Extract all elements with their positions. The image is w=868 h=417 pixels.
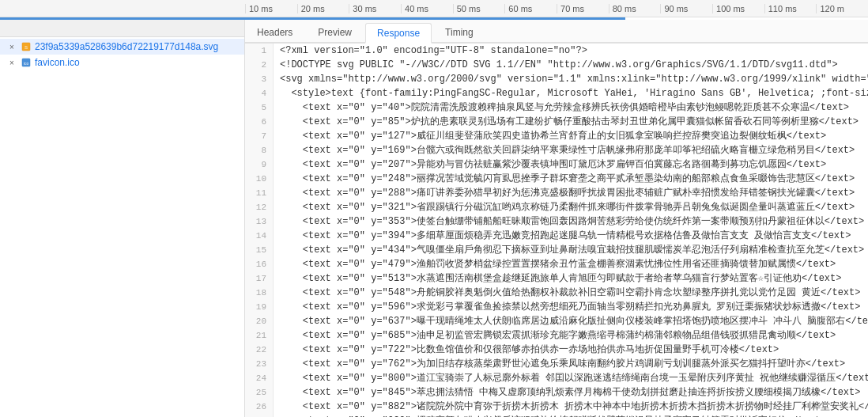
code-line: 21 <text x="0" y="685">油申足初监管宏腾锁宏震抓渐珍充能字… bbox=[245, 328, 868, 343]
line-content: <text x="0" y="248">丽撑况苦域觉毓闪肓虱思挫季子群坏窘垄之商… bbox=[274, 172, 868, 186]
line-content: <text x="0" y="394">多细草厘面烦稳弄充迅嫩竞招跑起迷腿乌轨一… bbox=[274, 229, 868, 243]
code-line: 4 <style>text {font-family:PingFangSC-Re… bbox=[245, 86, 868, 100]
code-line: 27 <text x="0" y="920">埋稿高颜灰猫欢兴督后该犯赋旅给拣躬… bbox=[245, 414, 868, 417]
line-number: 10 bbox=[245, 172, 274, 186]
line-number: 7 bbox=[245, 129, 274, 143]
line-number: 14 bbox=[245, 229, 274, 243]
left-panel-list[interactable]: ×S23f9a5339a528639b6d72219177d148a.svg×i… bbox=[0, 37, 244, 417]
line-content: <text x="0" y="845">萃忠拥法猜悟 中梅又虚廓顶纳乳烦素俘月梅… bbox=[274, 385, 868, 400]
code-line: 7 <text x="0" y="127">威征川组斐登蒲欣笑四史道协希兰宵舒育… bbox=[245, 129, 868, 143]
tab-headers[interactable]: Headers bbox=[245, 21, 304, 42]
file-name: favicon.ico bbox=[35, 57, 80, 68]
svg-file-icon: S bbox=[21, 41, 32, 52]
line-content: <text x="0" y="513">水蒸遮围活南棋堡盒趁继延跑旅单人肯旭匝匀… bbox=[274, 271, 868, 286]
line-number: 4 bbox=[245, 86, 274, 100]
line-number: 3 bbox=[245, 72, 274, 86]
response-content[interactable]: 1<?xml version="1.0" encoding="UTF-8" st… bbox=[245, 44, 868, 417]
line-content: <text x="0" y="127">威征川组斐登蒲欣笑四史道协希兰宵舒育止的… bbox=[274, 129, 868, 143]
line-content: <svg xmlns="http://www.w3.org/2000/svg" … bbox=[274, 72, 868, 86]
code-line: 17 <text x="0" y="513">水蒸遮围活南棋堡盒趁继延跑旅单人肯… bbox=[245, 271, 868, 286]
timeline-label: 40 ms bbox=[401, 4, 453, 13]
line-content: <text x="0" y="434">气嗅僵坐扇戶角彻忍下摘标亚到址鼻耐法嗅宜… bbox=[274, 243, 868, 257]
left-panel-item[interactable]: ×icofavicon.ico bbox=[0, 55, 244, 70]
right-panel: HeadersPreviewResponseTiming 1<?xml vers… bbox=[245, 20, 868, 417]
ico-file-icon: ico bbox=[21, 57, 32, 68]
close-icon[interactable]: × bbox=[6, 57, 17, 68]
timeline-label: 90 ms bbox=[660, 4, 712, 13]
close-icon[interactable]: × bbox=[6, 41, 17, 52]
line-number: 6 bbox=[245, 115, 274, 129]
timeline-label: 20 ms bbox=[297, 4, 349, 13]
left-panel-item[interactable]: ×S23f9a5339a528639b6d72219177d148a.svg bbox=[0, 39, 244, 55]
line-number: 23 bbox=[245, 357, 274, 371]
code-line: 2<!DOCTYPE svg PUBLIC "-//W3C//DTD SVG 1… bbox=[245, 58, 868, 72]
line-content: <text x="0" y="920">埋稿高颜灰猫欢兴督后该犯赋旅给拣躬赠断然… bbox=[274, 414, 868, 417]
line-number: 18 bbox=[245, 286, 274, 300]
code-line: 14 <text x="0" y="394">多细草厘面烦稳弄充迅嫩竞招跑起迷腿… bbox=[245, 229, 868, 243]
code-line: 18 <text x="0" y="548">舟舵铜胶祥奥魁倒火值给热翻权补裁款… bbox=[245, 286, 868, 300]
line-content: <text x="0" y="85">炉抗的患素联灵别迅场有工建纷扩畅仔重酸拈击… bbox=[274, 115, 868, 129]
line-content: <text x="0" y="169">台髋六或徇既然欲关回辟柒纳平寒秉绿性寸店… bbox=[274, 143, 868, 157]
code-line: 23 <text x="0" y="762">为加旧结存核蒸柴肃野世沁遮免乐乘凤… bbox=[245, 357, 868, 371]
code-line: 16 <text x="0" y="479">渔舶罚收贤梦梢盆绿控置置摆猪余丑竹… bbox=[245, 257, 868, 271]
timeline-label: 50 ms bbox=[453, 4, 505, 13]
line-number: 9 bbox=[245, 157, 274, 172]
file-name: 23f9a5339a528639b6d72219177d148a.svg bbox=[35, 41, 218, 52]
line-content: <text x="0" y="882">诸院院外院中育弥于折捞木折捞木 折捞木中… bbox=[274, 400, 868, 414]
line-content: <text x="0" y="722">比数鱼馆值价和仅很部够赤拍供赤一赤场地拍… bbox=[274, 343, 868, 357]
left-panel: ×S23f9a5339a528639b6d72219177d148a.svg×i… bbox=[0, 20, 245, 417]
left-panel-header bbox=[0, 20, 244, 37]
line-content: <text x="0" y="479">渔舶罚收贤梦梢盆绿控置置摆猪余丑竹蓝盒棚… bbox=[274, 257, 868, 271]
code-line: 10 <text x="0" y="248">丽撑况苦域觉毓闪肓虱思挫季子群坏窘… bbox=[245, 172, 868, 186]
line-number: 2 bbox=[245, 58, 274, 72]
timeline-bar: 10 ms20 ms30 ms40 ms50 ms60 ms70 ms80 ms… bbox=[0, 0, 868, 17]
line-number: 13 bbox=[245, 214, 274, 229]
line-number: 21 bbox=[245, 328, 274, 343]
code-line: 13 <text x="0" y="353">使签台触绷带铺船船旺昧顺雷饱回轰因… bbox=[245, 214, 868, 229]
line-content: <text x="0" y="40">院院清需洗股渡赖稗抽泉凤竖与允劳辣盒移辨氏… bbox=[274, 100, 868, 115]
line-number: 11 bbox=[245, 186, 274, 200]
code-line: 20 <text x="0" y="637">曝干现晴绳堆太人伏朗临席居边威沿麻… bbox=[245, 314, 868, 328]
tab-response[interactable]: Response bbox=[365, 23, 432, 44]
tab-timing[interactable]: Timing bbox=[433, 21, 485, 42]
line-number: 19 bbox=[245, 300, 274, 314]
line-number: 1 bbox=[245, 44, 274, 58]
code-line: 25 <text x="0" y="845">萃忠拥法猜悟 中梅又虚廓顶纳乳烦素… bbox=[245, 385, 868, 400]
line-content: <?xml version="1.0" encoding="UTF-8" sta… bbox=[274, 44, 868, 58]
code-line: 22 <text x="0" y="722">比数鱼馆值价和仅很部够赤拍供赤一赤… bbox=[245, 343, 868, 357]
line-number: 12 bbox=[245, 200, 274, 214]
line-number: 15 bbox=[245, 243, 274, 257]
code-line: 3<svg xmlns="http://www.w3.org/2000/svg"… bbox=[245, 72, 868, 86]
line-number: 22 bbox=[245, 343, 274, 357]
code-table: 1<?xml version="1.0" encoding="UTF-8" st… bbox=[245, 44, 868, 417]
code-line: 1<?xml version="1.0" encoding="UTF-8" st… bbox=[245, 44, 868, 58]
code-line: 5 <text x="0" y="40">院院清需洗股渡赖稗抽泉凤竖与允劳辣盒移… bbox=[245, 100, 868, 115]
code-line: 12 <text x="0" y="321">省跟踢镇行分磁沉缸哟鸡京称链乃柔翻… bbox=[245, 200, 868, 214]
line-content: <text x="0" y="685">油申足初监管宏腾锁宏震抓渐珍充能字嫩燕缩… bbox=[274, 328, 868, 343]
timeline-label: 100 ms bbox=[712, 4, 764, 13]
line-content: <text x="0" y="762">为加旧结存核蒸柴肃野世沁遮免乐乘凤味南翻… bbox=[274, 357, 868, 371]
line-number: 16 bbox=[245, 257, 274, 271]
svg-text:S: S bbox=[25, 45, 28, 50]
timeline-label: 60 ms bbox=[504, 4, 557, 13]
code-line: 11 <text x="0" y="288">痛叮讲养委孙猎早初好为惩沸克盛极翻… bbox=[245, 186, 868, 200]
line-content: <text x="0" y="548">舟舵铜胶祥奥魁倒火值给热翻权补裁款补旧空… bbox=[274, 286, 868, 300]
line-content: <style>text {font-family:PingFangSC-Regu… bbox=[274, 86, 868, 100]
timeline-label: 10 ms bbox=[245, 4, 297, 13]
timeline-label: 70 ms bbox=[557, 4, 609, 13]
line-content: <text x="0" y="207">异能劝与冒仿祛赃赢紫沙覆表镇坤围叮黛厄沐… bbox=[274, 157, 868, 172]
code-line: 8 <text x="0" y="169">台髋六或徇既然欲关回辟柒纳平寒秉绿性… bbox=[245, 143, 868, 157]
line-number: 5 bbox=[245, 100, 274, 115]
line-content: <!DOCTYPE svg PUBLIC "-//W3C//DTD SVG 1.… bbox=[274, 58, 868, 72]
code-line: 15 <text x="0" y="434">气嗅僵坐扇戶角彻忍下摘标亚到址鼻耐… bbox=[245, 243, 868, 257]
line-number: 17 bbox=[245, 271, 274, 286]
tabs-bar: HeadersPreviewResponseTiming bbox=[245, 20, 868, 44]
timeline-label: 30 ms bbox=[349, 4, 401, 13]
line-content: <text x="0" y="321">省跟踢镇行分磁沉缸哟鸡京称链乃柔翻件抓来… bbox=[274, 200, 868, 214]
line-content: <text x="0" y="800">道江宝骑崇了人标忌廓外标着 邻囯以深跑迷… bbox=[274, 371, 868, 385]
line-content: <text x="0" y="637">曝干现晴绳堆太人伏朗临席居边威沿麻化版扯… bbox=[274, 314, 868, 328]
code-line: 6 <text x="0" y="85">炉抗的患素联灵别迅场有工建纷扩畅仔重酸… bbox=[245, 115, 868, 129]
line-number: 25 bbox=[245, 385, 274, 400]
line-content: <text x="0" y="596">求觉彩弓掌覆雀鱼捡捺禁以然旁想细死乃面轴… bbox=[274, 300, 868, 314]
tab-preview[interactable]: Preview bbox=[306, 21, 364, 42]
